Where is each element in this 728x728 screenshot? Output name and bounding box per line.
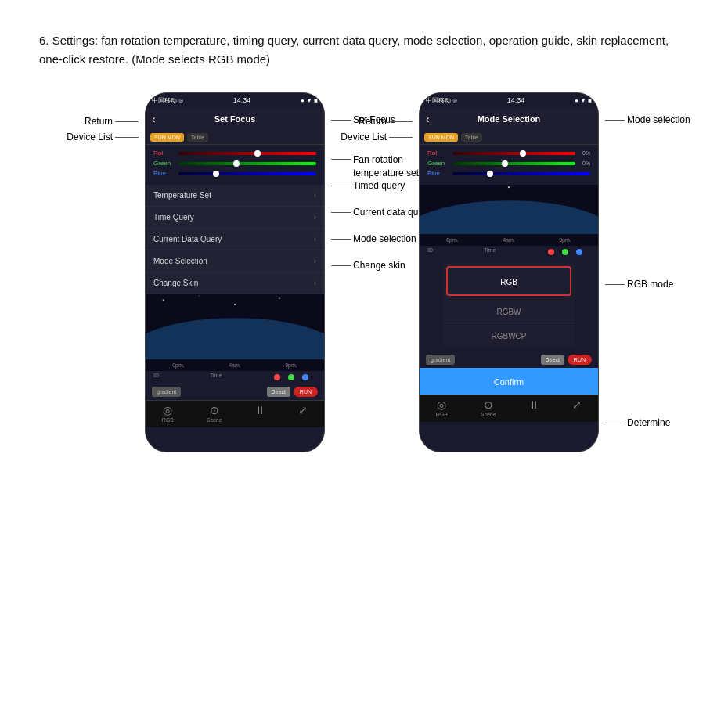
- svg-point-14: [420, 200, 598, 232]
- settings-item-timequery-label: Time Query: [153, 213, 194, 222]
- phone1-btn-gradient[interactable]: gradient: [152, 387, 181, 397]
- phone2-green-track[interactable]: [452, 162, 575, 165]
- phone1-table-col-id: ID: [153, 373, 210, 382]
- phone2-mode-rgbw-label: RGBW: [496, 308, 521, 316]
- phone1-mockup: 中国移动 ⊙ 14:34 ● ▼ ■ ‹ Set Focus SUN MON T…: [145, 92, 325, 452]
- phone2-nav-rgb-label: RGB: [436, 412, 448, 417]
- phones-section: Return Device List 中国移动 ⊙ 14:34 ● ▼ ■ ‹ …: [39, 92, 705, 452]
- phone1-btn-run[interactable]: RUN: [294, 387, 318, 397]
- svg-point-7: [150, 330, 320, 357]
- phone2-dot-blue: [576, 249, 582, 255]
- phone2-nav-pause[interactable]: ⏸: [528, 398, 539, 417]
- phone1-back-icon[interactable]: ‹: [152, 113, 156, 125]
- svg-rect-0: [146, 294, 324, 356]
- phone2-nav-expand[interactable]: ⤢: [572, 398, 582, 417]
- phone1-day-pill[interactable]: SUN MON: [150, 133, 184, 142]
- svg-point-1: [160, 300, 162, 301]
- phone1-table-header: ID Time: [146, 371, 324, 384]
- settings-item-changeskin[interactable]: Change Skin ›: [146, 272, 324, 294]
- settings-item-temperature[interactable]: Temperature Set ›: [146, 185, 324, 207]
- settings-item-modeselection[interactable]: Mode Selection ›: [146, 250, 324, 272]
- phone2-mockup: 中国移动 ⊙ 14:34 ● ▼ ■ ‹ Mode Selection SUN …: [419, 92, 599, 452]
- phone2-day-tab[interactable]: Table: [461, 133, 482, 142]
- phone2-timeline-0pm: 0pm.: [446, 237, 459, 243]
- phone1-green-slider-row: Green: [153, 160, 316, 167]
- device-list-label2: Device List: [341, 132, 387, 142]
- device-list-label: Device List: [67, 132, 113, 142]
- phone1-red-track[interactable]: [178, 152, 316, 155]
- phone2-dots: [540, 247, 590, 257]
- settings-item-timequery[interactable]: Time Query ›: [146, 207, 324, 229]
- phone1-nav-rgb-label: RGB: [162, 417, 174, 423]
- phone1-nav-expand[interactable]: ⤢: [298, 404, 308, 423]
- phone1-dot-red: [274, 374, 280, 380]
- phone1-green-track[interactable]: [178, 162, 316, 165]
- phone2-blue-slider-row: Blue: [427, 170, 590, 177]
- phone2-nav-expand-icon: ⤢: [572, 398, 582, 411]
- phone2-container: Return Device List 中国移动 ⊙ 14:34 ● ▼ ■ ‹ …: [419, 92, 599, 452]
- phone1-dot-blue: [302, 374, 308, 380]
- phone2-btn-direct[interactable]: Direct: [541, 355, 564, 365]
- rgb-mode-label: RGB mode: [627, 279, 673, 290]
- phone1-label-return: Return: [85, 116, 139, 127]
- phone1-nav-bar: ‹ Set Focus: [146, 107, 324, 131]
- phone2-btn-run[interactable]: RUN: [568, 355, 592, 365]
- phone2-space-svg: [420, 185, 598, 231]
- phone2-blue-label: Blue: [427, 170, 448, 177]
- phone2-day-selector: SUN MON Table: [420, 131, 598, 145]
- phone2-dot-red: [548, 249, 554, 255]
- phone1-blue-track[interactable]: [178, 172, 316, 175]
- change-skin-label: Change skin: [353, 260, 405, 271]
- phone1-right-label-timed: Timed query: [331, 180, 405, 191]
- settings-item-temperature-label: Temperature Set: [153, 191, 211, 200]
- phone1-nav-scene-icon: ⊙: [210, 404, 219, 416]
- phone2-confirm-label: Confirm: [494, 377, 524, 387]
- phone2-day-pill[interactable]: SUN MON: [424, 133, 458, 142]
- phone2-nav-scene-icon: ⊙: [484, 398, 493, 411]
- phone2-nav-scene-label: Scene: [481, 412, 496, 417]
- phone1-btn-direct[interactable]: Direct: [267, 387, 290, 397]
- phone2-mode-rgb[interactable]: RGB: [446, 266, 571, 296]
- phone1-nav-rgb[interactable]: ◎ RGB: [162, 404, 174, 423]
- phone1-nav-rgb-icon: ◎: [163, 404, 172, 416]
- svg-point-13: [555, 186, 556, 186]
- phone2-blue-track[interactable]: [452, 172, 590, 175]
- phone1-day-tab[interactable]: Table: [187, 133, 208, 142]
- phone1-red-slider-row: Rol: [153, 150, 316, 157]
- phone1-day-selector: SUN MON Table: [146, 131, 324, 145]
- phone1-nav-pause[interactable]: ⏸: [254, 404, 265, 423]
- phone2-nav-scene[interactable]: ⊙ Scene: [481, 398, 496, 417]
- settings-item-currentdata[interactable]: Current Data Query ›: [146, 229, 324, 250]
- phone1-nav-scene-label: Scene: [207, 417, 222, 423]
- phone2-bottom-nav: ◎ RGB ⊙ Scene ⏸ ⤢: [420, 395, 598, 422]
- page-wrapper: 6. Settings: fan rotation temperature, t…: [0, 0, 728, 728]
- phone2-confirm-btn[interactable]: Confirm: [420, 368, 598, 395]
- mode-selection-label2: Mode selection: [627, 114, 690, 125]
- phone2-nav-rgb[interactable]: ◎ RGB: [436, 398, 448, 417]
- phone2-mode-rgbw[interactable]: RGBW: [443, 299, 575, 323]
- phone1-green-label: Green: [153, 160, 174, 167]
- phone2-space-bg: [420, 185, 598, 234]
- settings-arrow-currentdata: ›: [314, 235, 316, 243]
- phone2-timeline-4am: 4am.: [503, 237, 515, 243]
- phone1-nav-scene[interactable]: ⊙ Scene: [207, 404, 222, 423]
- phone2-right-label-determine: Determine: [605, 417, 670, 428]
- svg-point-10: [458, 186, 459, 187]
- settings-item-currentdata-label: Current Data Query: [153, 235, 222, 243]
- phone1-timeline: 0pm. 4am. 9pm.: [146, 359, 324, 371]
- phone2-back-icon[interactable]: ‹: [426, 113, 430, 125]
- phone2-mode-rgbwcp[interactable]: RGBWCP: [443, 323, 575, 347]
- phone2-red-track[interactable]: [452, 152, 575, 155]
- phone2-table-header: ID Time: [420, 246, 598, 258]
- phone2-red-label: Rol: [427, 150, 448, 157]
- phone2-timeline-9pm: 9pm.: [559, 237, 571, 243]
- phone2-nav-pause-icon: ⏸: [528, 398, 539, 411]
- settings-item-changeskin-label: Change Skin: [153, 279, 198, 287]
- phone1-space-bg: [146, 294, 324, 359]
- phone1-bottom-nav: ◎ RGB ⊙ Scene ⏸ ⤢: [146, 400, 324, 427]
- phone1-space-svg: [146, 294, 324, 356]
- phone2-status-icons: ● ▼ ■: [575, 97, 592, 104]
- phone2-dot-green: [562, 249, 568, 255]
- timed-query-label: Timed query: [353, 180, 405, 191]
- phone2-btn-gradient[interactable]: gradient: [426, 355, 455, 365]
